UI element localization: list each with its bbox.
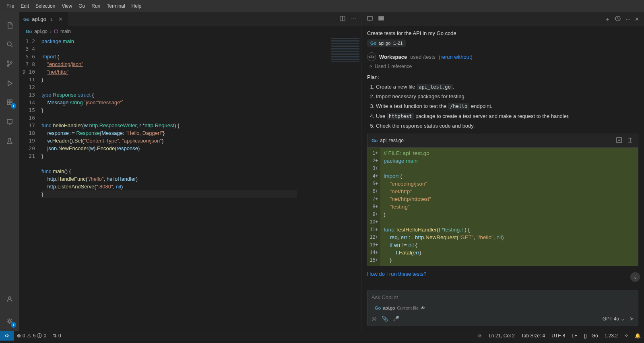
codeblock-gutter: 1+ 2+ 3+ 4+ 5+ 6+ 7+ 8+ 9+ 10+ 11+ 12+ 1… bbox=[367, 148, 380, 266]
apply-in-editor-icon[interactable] bbox=[615, 136, 623, 145]
editor-body[interactable]: 1 2 3 4 5 6 7 8 9 10 11 12 13 14 15 16 1… bbox=[19, 37, 361, 331]
menu-file[interactable]: File bbox=[3, 2, 17, 10]
menu-terminal[interactable]: Terminal bbox=[103, 2, 128, 10]
menu-view[interactable]: View bbox=[58, 2, 75, 10]
badge: 1 bbox=[11, 103, 16, 109]
activity-accounts[interactable] bbox=[0, 289, 19, 308]
plan-item: Write a test function to test the /hello… bbox=[376, 103, 638, 110]
notifications-icon[interactable]: 🔔 bbox=[632, 331, 644, 341]
codeblock-code[interactable]: // FILE: api_test.gopackage main import … bbox=[380, 148, 638, 266]
menubar: File Edit Selection View Go Run Terminal… bbox=[0, 0, 644, 12]
activity-run-debug[interactable] bbox=[0, 73, 19, 93]
svg-rect-12 bbox=[367, 17, 372, 20]
copilot-panel: ＋ ⋯ ✕ Create tests for the API in my Go … bbox=[361, 12, 644, 331]
search-icon bbox=[6, 41, 13, 48]
code-content[interactable]: package main import ( "encoding/json" "n… bbox=[41, 37, 329, 331]
rerun-link[interactable]: (rerun without) bbox=[439, 54, 473, 60]
eol[interactable]: LF bbox=[568, 331, 580, 341]
menu-run[interactable]: Run bbox=[88, 2, 103, 10]
references-text: Used 1 reference bbox=[375, 64, 412, 69]
menu-selection[interactable]: Selection bbox=[32, 2, 58, 10]
svg-rect-6 bbox=[7, 103, 9, 105]
menu-edit[interactable]: Edit bbox=[17, 2, 32, 10]
cursor-position[interactable]: Ln 21, Col 2 bbox=[485, 331, 518, 341]
ports-status[interactable]: ⇅0 bbox=[50, 331, 64, 341]
branch-icon bbox=[6, 60, 13, 67]
svg-point-3 bbox=[10, 62, 12, 63]
encoding[interactable]: UTF-8 bbox=[548, 331, 568, 341]
scroll-down-icon[interactable]: ⌄ bbox=[630, 272, 640, 282]
close-icon[interactable]: ✕ bbox=[635, 16, 639, 22]
references-toggle[interactable]: > Used 1 reference bbox=[369, 64, 638, 69]
go-file-icon: Go bbox=[375, 306, 381, 310]
copilot-input-placeholder: Ask Copilot bbox=[372, 294, 634, 300]
activity-remote[interactable] bbox=[0, 112, 19, 131]
followup-suggestion[interactable]: How do I run these tests? bbox=[367, 271, 638, 277]
new-chat-icon[interactable]: ＋ bbox=[605, 16, 610, 23]
activity-search[interactable] bbox=[0, 35, 19, 54]
tab-api-go[interactable]: Go api.go 1 ✕ bbox=[19, 12, 68, 26]
problems-status[interactable]: ⊗0 ⚠5 ⓘ0 bbox=[14, 331, 50, 341]
language-mode[interactable]: {} Go bbox=[580, 331, 601, 341]
svg-point-9 bbox=[8, 297, 11, 299]
svg-rect-4 bbox=[7, 100, 9, 102]
menu-help[interactable]: Help bbox=[128, 2, 145, 10]
feedback-icon[interactable]: ☺ bbox=[474, 331, 485, 341]
copilot-status-icon[interactable]: ✧ bbox=[621, 331, 632, 341]
workspace-line: </> Workspace used /tests (rerun without… bbox=[367, 52, 638, 61]
tab-label: api.go bbox=[32, 16, 46, 22]
remote-indicator[interactable] bbox=[0, 331, 14, 341]
chevron-right-icon: > bbox=[369, 64, 372, 69]
go-file-icon: Go bbox=[372, 138, 378, 143]
more-icon[interactable]: ⋯ bbox=[625, 16, 631, 22]
input-context-chip[interactable]: Go api.go Current file 👁 bbox=[372, 304, 428, 312]
eye-icon: 👁 bbox=[421, 306, 425, 310]
context-chip[interactable]: Go api.go:1-21 bbox=[367, 39, 406, 47]
activity-extensions[interactable]: 1 bbox=[0, 93, 19, 112]
minimap[interactable] bbox=[329, 37, 361, 331]
activity-settings[interactable]: 1 bbox=[0, 312, 19, 331]
breadcrumb-file: api.go bbox=[34, 29, 47, 34]
plan-list: Create a new file api_test.go.Import nec… bbox=[376, 83, 638, 130]
editor-area: Go api.go 1 ✕ ⋯ Go api.go › ⬡ main 1 2 3… bbox=[19, 12, 361, 331]
activity-source-control[interactable] bbox=[0, 54, 19, 73]
breadcrumb[interactable]: Go api.go › ⬡ main bbox=[19, 26, 361, 37]
activity-explorer[interactable] bbox=[0, 15, 19, 35]
insert-at-cursor-icon[interactable] bbox=[627, 136, 634, 145]
tab-bar: Go api.go 1 ✕ ⋯ bbox=[19, 12, 361, 26]
breadcrumb-symbol: main bbox=[60, 29, 71, 34]
codeblock: 1+ 2+ 3+ 4+ 5+ 6+ 7+ 8+ 9+ 10+ 11+ 12+ 1… bbox=[367, 147, 638, 266]
mention-icon[interactable]: @ bbox=[372, 316, 377, 322]
workspace-label: Workspace bbox=[379, 54, 407, 60]
chat-outline-icon[interactable] bbox=[366, 15, 374, 23]
go-file-icon: Go bbox=[23, 17, 29, 22]
info-icon: ⓘ bbox=[37, 333, 42, 339]
mic-icon[interactable]: 🎤 bbox=[393, 316, 399, 322]
remote-explorer-icon bbox=[6, 118, 13, 125]
history-icon[interactable] bbox=[614, 15, 621, 23]
tab-size[interactable]: Tab Size: 4 bbox=[518, 331, 548, 341]
badge: 1 bbox=[11, 322, 16, 328]
activity-bar: 1 1 bbox=[0, 12, 19, 331]
attach-icon[interactable]: 📎 bbox=[382, 316, 388, 322]
minimap-thumb bbox=[331, 38, 359, 62]
more-actions-icon[interactable]: ⋯ bbox=[351, 15, 356, 23]
codeblock-filename: api_test.go bbox=[380, 138, 404, 143]
model-picker[interactable]: GPT 4o ⌄ bbox=[603, 316, 625, 322]
chat-filled-icon[interactable] bbox=[378, 15, 385, 23]
codeblock-header: Go api_test.go bbox=[367, 134, 638, 147]
split-editor-icon[interactable] bbox=[339, 15, 346, 23]
menu-go[interactable]: Go bbox=[75, 2, 88, 10]
plan-item: Check the response status code and body. bbox=[376, 122, 638, 130]
svg-rect-15 bbox=[617, 138, 621, 143]
plan-item: Import necessary packages for testing. bbox=[376, 93, 638, 100]
copilot-input[interactable]: Ask Copilot Go api.go Current file 👁 @ 📎… bbox=[367, 290, 638, 326]
svg-point-1 bbox=[7, 61, 9, 62]
go-version[interactable]: 1.23.2 bbox=[601, 331, 621, 341]
package-icon: ⬡ bbox=[54, 29, 58, 34]
send-icon[interactable]: ➤ bbox=[630, 316, 634, 322]
warning-icon: ⚠ bbox=[27, 333, 31, 339]
tab-close-icon[interactable]: ✕ bbox=[58, 16, 64, 22]
activity-testing[interactable] bbox=[0, 131, 19, 151]
plan-item: Use httptest package to create a test se… bbox=[376, 113, 638, 120]
